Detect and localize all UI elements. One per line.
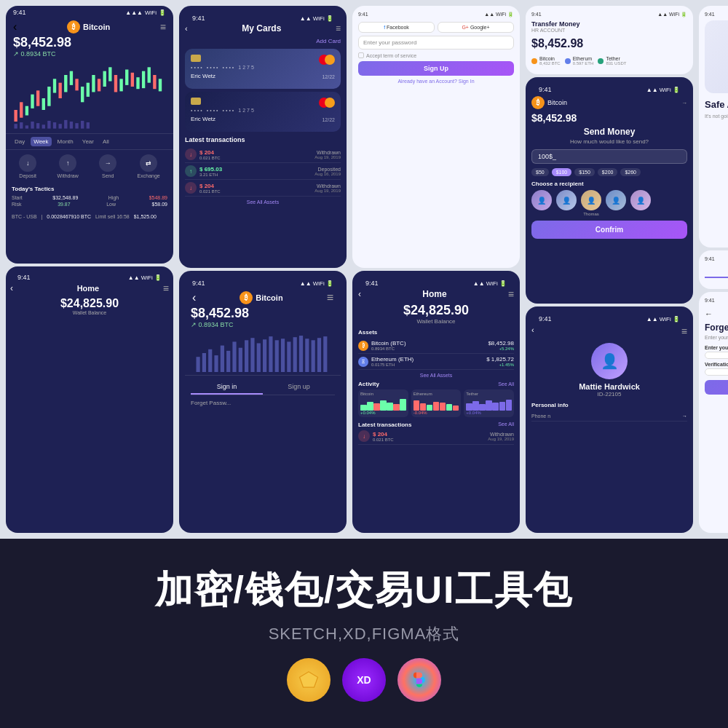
forget-back-icon[interactable]: ←	[705, 309, 713, 318]
chip-50[interactable]: $50	[531, 168, 549, 176]
card-bottom-2: Eric Wetz 12/22	[191, 116, 335, 122]
exchange-action[interactable]: ⇄ Exchange	[138, 154, 160, 178]
btc-header: ‹ ₿ Bitcoin ≡	[6, 17, 173, 35]
tab-all[interactable]: All	[100, 137, 112, 146]
withdraw-icon: ↑	[59, 154, 76, 172]
avatar-2[interactable]: 👤	[556, 190, 577, 210]
home-menu-icon[interactable]: ≡	[163, 282, 169, 294]
see-all-assets-btn[interactable]: See All Assets	[185, 199, 341, 205]
mc-header: ‹ My Cards ≡	[185, 23, 341, 33]
send-btc-logo: ₿	[531, 96, 545, 109]
tab-year[interactable]: Year	[79, 137, 97, 146]
card-bottom: Eric Wetz 12/22	[191, 73, 335, 79]
home-back-icon[interactable]: ‹	[10, 283, 13, 293]
tx-date-2: Aug 16, 2019	[314, 172, 341, 176]
status-icons: ▲▲▲ WiFi 🔋	[125, 9, 166, 16]
su-social-btns: f Facebook G+ Google+	[358, 22, 514, 33]
deposit-action[interactable]: ↓ Deposit	[19, 154, 36, 178]
avatar-5[interactable]: 👤	[630, 190, 651, 210]
svg-rect-45	[221, 346, 224, 372]
mc-menu-icon[interactable]: ≡	[336, 23, 341, 33]
terms-checkbox[interactable]: Accept term of service	[358, 52, 514, 58]
confirm-btn[interactable]: Confrim	[531, 221, 687, 239]
chip-150[interactable]: $150	[574, 168, 595, 176]
chip-100[interactable]: $100	[552, 168, 572, 176]
avatar-4[interactable]: 👤	[606, 190, 626, 210]
back-icon-home2[interactable]: ‹	[358, 289, 361, 299]
send-action[interactable]: → Send	[99, 154, 116, 178]
facebook-btn[interactable]: f Facebook	[358, 22, 435, 33]
eth-ticker: Etherum 0.597 ETH	[565, 56, 594, 66]
tactics-high-val: $548.89	[149, 195, 167, 200]
see-all-assets-2[interactable]: See All Assets	[358, 373, 514, 378]
home-small-screen: 9:41 ▲▲ WiFi 🔋 ‹ Home ≡ $24,825.90 Walle…	[6, 266, 173, 533]
btc-limit: BTC - USB | 0.0028467910 BTC Limit sell …	[6, 211, 173, 222]
profile-menu-icon[interactable]: ≡	[681, 325, 687, 337]
svg-rect-13	[87, 83, 90, 97]
skip-btn[interactable]: Skip	[705, 130, 728, 137]
tactics-start-val: $32,548.89	[52, 195, 78, 200]
tactics-risk-val: 39.87	[58, 202, 71, 207]
svg-rect-29	[25, 125, 28, 128]
svg-rect-0	[14, 110, 17, 122]
btc-asset-price: $8,452.98	[488, 340, 514, 347]
svg-rect-8	[58, 83, 61, 98]
activity-see-all[interactable]: See All	[498, 381, 514, 387]
avatar-thomas[interactable]: 👤	[581, 190, 601, 210]
forget-password-screen: 9:41 ▲▲ WiFi 🔋 ← Forget Passwo... Enter …	[699, 292, 728, 534]
activity-section: Activity See All Bitcoin	[358, 381, 514, 417]
send-money-screen: 9:41 ▲▲ WiFi 🔋 ₿ Bitcoin → $8,452.98 Sen…	[526, 77, 693, 304]
tx-amount-2: $ 695.03	[199, 166, 222, 173]
safe-title: Safe Account	[705, 99, 728, 110]
svg-rect-17	[108, 67, 111, 81]
profile-name: Mattie Hardwick	[531, 382, 687, 391]
si-tab-signin[interactable]: Sign in	[705, 264, 728, 278]
email-field[interactable]	[705, 352, 728, 359]
googleplus-btn[interactable]: G+ Google+	[438, 22, 514, 33]
tab-signin[interactable]: Sign in	[191, 380, 263, 395]
svg-rect-59	[305, 339, 309, 372]
withdraw-action[interactable]: ↑ Withdraw	[58, 154, 79, 178]
status-bar: 9:41 ▲▲▲ WiFi 🔋	[6, 6, 173, 17]
latest-tx-icon: ↓	[358, 430, 370, 442]
btc-asset-name: Bitcoin (BTC)	[371, 340, 406, 347]
profile-back-icon[interactable]: ‹	[531, 325, 534, 337]
send-status-bar: 9:41 ▲▲ WiFi 🔋	[531, 83, 687, 95]
menu-icon-home2[interactable]: ≡	[508, 288, 514, 300]
menu-icon[interactable]: ≡	[160, 21, 166, 33]
chip-200[interactable]: $200	[598, 168, 618, 176]
tab-month[interactable]: Month	[55, 137, 76, 146]
send-amount-input[interactable]: 100$_	[531, 149, 687, 164]
svg-rect-46	[226, 351, 230, 372]
home-title: Home	[77, 284, 100, 293]
menu-icon-2[interactable]: ≡	[327, 291, 333, 304]
add-card-btn[interactable]: Add Card	[185, 38, 341, 44]
tx-amount-1: $ 204	[199, 149, 221, 156]
send-money-sub: How much would like to send?	[531, 138, 687, 145]
tab-day[interactable]: Day	[12, 137, 28, 146]
activity-btc: Bitcoin +0.04%	[358, 389, 408, 417]
tx-date-3: Aug 19, 2019	[314, 189, 341, 193]
see-all-tx[interactable]: See All	[498, 422, 514, 428]
tx-type-1: Withdrawn	[314, 150, 341, 155]
safe-illustration	[705, 20, 728, 93]
wallet-balance-label: Wallet Balance	[358, 318, 514, 325]
signup-btn[interactable]: Sign Up	[358, 61, 514, 76]
svg-rect-24	[148, 67, 151, 82]
assets-section: Assets ₿ Bitcoin (BTC) 0.8934 BTC $8,452…	[358, 329, 514, 378]
tab-signup[interactable]: Sign up	[263, 380, 335, 395]
have-account-text: Already have an Account? Sign In	[358, 79, 514, 84]
back-icon[interactable]: ‹	[13, 20, 17, 33]
send-btc-price: $8,452.98	[531, 112, 687, 124]
back-icon-2[interactable]: ‹	[192, 291, 196, 304]
password-field[interactable]: Enter your password	[358, 36, 514, 50]
tx-icon-2: ↑	[185, 165, 197, 177]
mc-back-icon[interactable]: ‹	[185, 24, 188, 33]
chip-260[interactable]: $260	[620, 168, 641, 176]
method-field[interactable]	[705, 368, 728, 376]
avatar-1[interactable]: 👤	[531, 190, 552, 210]
forget-signin-btn[interactable]: Sign in	[705, 380, 728, 395]
bitcoin-chart-screen: 9:41 ▲▲▲ WiFi 🔋 ‹ ₿ Bitcoin ≡ $8,452.98 …	[6, 6, 173, 264]
eth-asset-icon: Ξ	[358, 357, 368, 367]
tab-week[interactable]: Week	[31, 137, 51, 146]
